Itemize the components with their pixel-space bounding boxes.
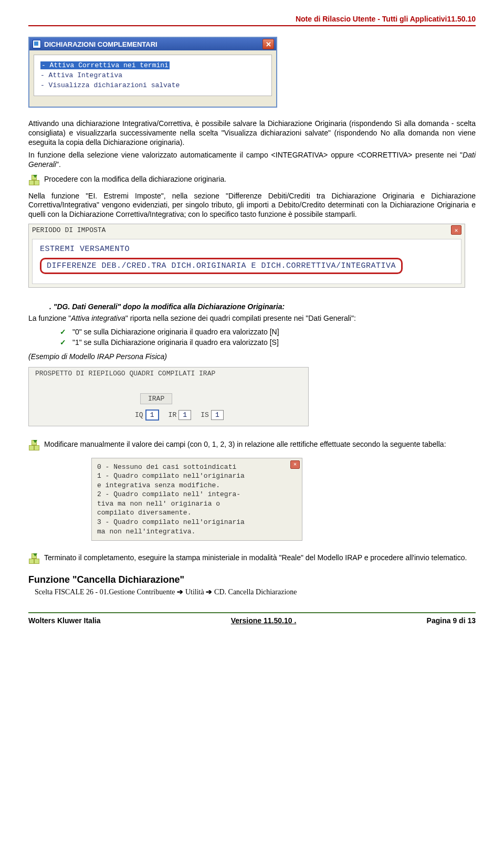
tooltip-line: tiva ma non nell' originaria o bbox=[97, 499, 297, 509]
dialog-body: - Attiva Correttiva nei termini - Attiva… bbox=[34, 55, 272, 96]
field-ir: IR1 bbox=[169, 410, 192, 420]
field-is: IS1 bbox=[201, 410, 224, 420]
field-input[interactable]: 1 bbox=[145, 410, 159, 421]
dialog2-title: PERIODO DI IMPOSTA bbox=[32, 226, 106, 234]
dialog-title: DICHIARAZIONI COMPLEMENTARI bbox=[44, 40, 158, 48]
check-list: "0" se sulla Dichiarazione originaria il… bbox=[60, 327, 476, 348]
note-text: Procedere con la modifica della dichiara… bbox=[44, 175, 226, 183]
tooltip-panel: ✕ 0 - Nessuno dei casi sottoindicati 1 -… bbox=[91, 458, 302, 541]
check-item: "0" se sulla Dichiarazione originaria il… bbox=[60, 327, 476, 337]
close-icon[interactable]: ✕ bbox=[451, 225, 461, 235]
menu-item-correttiva[interactable]: - Attiva Correttiva nei termini bbox=[40, 61, 170, 69]
section-heading: Funzione "Cancella Dichiarazione" bbox=[28, 574, 476, 585]
panel-quadri: PROSPETTO DI RIEPILOGO QUADRI COMPILATI … bbox=[28, 367, 309, 426]
breadcrumb-item: CD. Cancella Dichiarazione bbox=[214, 588, 297, 596]
field-input[interactable]: 1 bbox=[211, 410, 224, 420]
field-label: IQ bbox=[135, 411, 143, 419]
tab-irap[interactable]: IRAP bbox=[140, 393, 172, 404]
page: Note di Rilascio Utente - Tutti gli Appl… bbox=[0, 0, 504, 634]
hierarchy-icon bbox=[28, 175, 40, 188]
footer-mid: Versione 11.50.10 . bbox=[231, 616, 297, 625]
note-text: Modificare manualmente il valore dei cam… bbox=[44, 440, 446, 448]
field-iq: IQ1 bbox=[135, 410, 159, 421]
tooltip-line: 3 - Quadro compilato nell'originaria bbox=[97, 518, 297, 527]
tooltip-line: 1 - Quadro compilato nell'originaria bbox=[97, 471, 297, 481]
paragraph: Attivando una dichiarazione Integrativa/… bbox=[28, 119, 476, 148]
quadri-fields: IQ1 IR1 IS1 bbox=[35, 410, 308, 421]
text: " riporta nella sezione dei quadri compi… bbox=[125, 314, 356, 322]
field-input[interactable]: 1 bbox=[178, 410, 191, 420]
tooltip-line: 2 - Quadro compilato nell' integra- bbox=[97, 490, 297, 499]
hierarchy-icon bbox=[28, 553, 40, 567]
breadcrumb: Scelta FISCALE 26 - 01.Gestione Contribu… bbox=[35, 587, 476, 596]
menu-item-visualizza[interactable]: - Visualizza dichiarazioni salvate bbox=[40, 80, 265, 90]
tooltip-line: 0 - Nessuno dei casi sottoindicati bbox=[97, 463, 297, 472]
tooltip-line: compilato diversamente. bbox=[97, 508, 297, 518]
menu-item-integrativa[interactable]: - Attiva Integrativa bbox=[40, 70, 265, 80]
field-label: IR bbox=[169, 411, 177, 419]
footer-left: Wolters Kluwer Italia bbox=[28, 616, 100, 625]
text: In funzione della selezione viene valori… bbox=[28, 151, 463, 159]
dialog2-line1: ESTREMI VERSAMENTO bbox=[40, 245, 454, 254]
quadri-title: PROSPETTO DI RIEPILOGO QUADRI COMPILATI … bbox=[35, 370, 308, 377]
arrow-icon: ➔ bbox=[177, 587, 185, 596]
dialog-periodo-imposta: PERIODO DI IMPOSTA ✕ ESTREMI VERSAMENTO … bbox=[28, 224, 465, 288]
paragraph: La funzione "Attiva integrativa" riporta… bbox=[28, 314, 476, 323]
hierarchy-icon bbox=[28, 440, 40, 454]
breadcrumb-item: Scelta FISCALE 26 - 01.Gestione Contribu… bbox=[35, 588, 175, 596]
check-item: "1" se sulla Dichiarazione originaria il… bbox=[60, 337, 476, 348]
paragraph: Nella funzione "EI. Estremi Imposte", ne… bbox=[28, 192, 476, 220]
page-footer: Wolters Kluwer Italia Versione 11.50.10 … bbox=[28, 612, 476, 625]
dialog2-highlight: DIFFERENZE DEB./CRED.TRA DICH.ORIGINARIA… bbox=[40, 258, 403, 274]
note-text: Terminato il completamento, eseguire la … bbox=[44, 553, 467, 562]
close-icon[interactable]: ✕ bbox=[262, 39, 274, 49]
note-row: Modificare manualmente il valore dei cam… bbox=[28, 440, 476, 454]
footer-right: Pagina 9 di 13 bbox=[427, 616, 476, 625]
dialog2-body: ESTREMI VERSAMENTO DIFFERENZE DEB./CRED.… bbox=[32, 239, 461, 284]
tooltip-line: ma non nell'integrativa. bbox=[97, 527, 297, 537]
breadcrumb-item: Utilità bbox=[185, 588, 204, 596]
italic-heading: . "DG. Dati Generali" dopo la modifica a… bbox=[49, 302, 476, 311]
page-header: Note di Rilascio Utente - Tutti gli Appl… bbox=[28, 15, 476, 26]
text: ". bbox=[56, 160, 61, 169]
close-icon[interactable]: ✕ bbox=[290, 460, 300, 469]
arrow-icon: ➔ bbox=[206, 587, 214, 596]
field-label: IS bbox=[201, 411, 209, 419]
text-italic: Attiva integrativa bbox=[71, 314, 125, 322]
text: La funzione " bbox=[28, 314, 71, 322]
note-row: Procedere con la modifica della dichiara… bbox=[28, 175, 476, 188]
tooltip-line: e integrativa senza modifiche. bbox=[97, 481, 297, 490]
dialog-dichiarazioni-complementari: DICHIARAZIONI COMPLEMENTARI ✕ - Attiva C… bbox=[28, 37, 277, 108]
note-row: Terminato il completamento, eseguire la … bbox=[28, 553, 476, 567]
dialog-titlebar: DICHIARAZIONI COMPLEMENTARI ✕ bbox=[29, 38, 276, 50]
window-icon bbox=[33, 40, 41, 48]
example-caption: (Esempio di Modello IRAP Persona Fisica) bbox=[28, 352, 476, 361]
paragraph: In funzione della selezione viene valori… bbox=[28, 151, 476, 170]
